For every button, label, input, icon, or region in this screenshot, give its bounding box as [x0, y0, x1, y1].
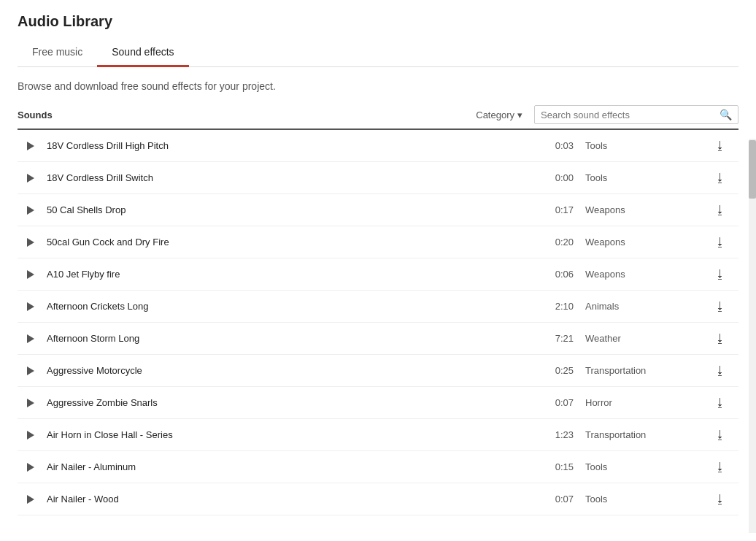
download-icon: ⭳ [714, 461, 726, 474]
sound-name: Air Horn in Close Hall - Series [44, 429, 541, 440]
play-button[interactable] [18, 495, 44, 504]
table-row: Air Nailer - Aluminum 0:15 Tools ⭳ [18, 451, 738, 483]
sound-duration: 0:17 [541, 204, 585, 215]
sound-duration: 0:20 [541, 237, 585, 248]
sound-name: A10 Jet Flyby fire [44, 269, 541, 280]
sound-category: Tools [585, 172, 702, 183]
download-button[interactable]: ⭳ [702, 332, 738, 345]
sound-duration: 0:00 [541, 172, 585, 183]
play-icon [27, 238, 34, 247]
sound-name: 18V Cordless Drill Switch [44, 172, 541, 183]
download-icon: ⭳ [714, 204, 726, 217]
table-row: Afternoon Storm Long 7:21 Weather ⭳ [18, 323, 738, 355]
sound-duration: 2:10 [541, 301, 585, 312]
header: Audio Library Free music Sound effects [0, 0, 756, 67]
download-icon: ⭳ [714, 332, 726, 345]
play-icon [27, 206, 34, 215]
sound-duration: 0:03 [541, 140, 585, 151]
sound-list: 18V Cordless Drill High Pitch 0:03 Tools… [18, 130, 738, 515]
table-row: A10 Jet Flyby fire 0:06 Weapons ⭳ [18, 258, 738, 291]
table-row: Afternoon Crickets Long 2:10 Animals ⭳ [18, 291, 738, 323]
download-button[interactable]: ⭳ [702, 172, 738, 185]
play-icon [27, 270, 34, 279]
play-button[interactable] [18, 206, 44, 215]
sound-category: Tools [585, 494, 702, 504]
category-button[interactable]: Category ▾ [471, 107, 527, 123]
play-icon [27, 495, 34, 504]
search-wrapper: 🔍 [534, 105, 738, 124]
download-icon: ⭳ [714, 172, 726, 185]
play-button[interactable] [18, 238, 44, 247]
sound-name: Aggressive Zombie Snarls [44, 397, 541, 408]
sound-name: Air Nailer - Wood [44, 494, 541, 504]
play-button[interactable] [18, 334, 44, 343]
sound-name: 50cal Gun Cock and Dry Fire [44, 237, 541, 248]
subtitle: Browse and download free sound effects f… [18, 80, 738, 92]
play-icon [27, 399, 34, 407]
download-button[interactable]: ⭳ [702, 461, 738, 474]
play-button[interactable] [18, 431, 44, 440]
sound-category: Transportation [585, 429, 702, 440]
download-button[interactable]: ⭳ [702, 139, 738, 153]
sound-duration: 0:07 [541, 397, 585, 408]
download-button[interactable]: ⭳ [702, 268, 738, 281]
download-button[interactable]: ⭳ [702, 300, 738, 313]
download-icon: ⭳ [714, 493, 726, 506]
sound-category: Animals [585, 301, 702, 312]
sound-category: Weapons [585, 269, 702, 280]
sound-name: Afternoon Crickets Long [44, 301, 541, 312]
sound-category: Tools [585, 461, 702, 472]
play-icon [27, 174, 34, 183]
play-button[interactable] [18, 142, 44, 150]
search-input[interactable] [541, 110, 720, 120]
play-button[interactable] [18, 463, 44, 472]
page-wrapper: Audio Library Free music Sound effects B… [0, 0, 756, 541]
sound-name: 18V Cordless Drill High Pitch [44, 140, 541, 151]
download-icon: ⭳ [714, 236, 726, 249]
download-icon: ⭳ [714, 139, 726, 153]
sound-name: 50 Cal Shells Drop [44, 204, 541, 215]
sound-category: Weapons [585, 204, 702, 215]
play-icon [27, 463, 34, 472]
play-button[interactable] [18, 174, 44, 183]
table-row: 18V Cordless Drill High Pitch 0:03 Tools… [18, 130, 738, 162]
play-button[interactable] [18, 367, 44, 375]
sound-category: Weapons [585, 237, 702, 248]
download-icon: ⭳ [714, 396, 726, 410]
play-button[interactable] [18, 270, 44, 279]
sound-name: Aggressive Motorcycle [44, 365, 541, 376]
toolbar-right: Category ▾ 🔍 [471, 105, 738, 124]
chevron-down-icon: ▾ [517, 110, 522, 120]
sound-category: Horror [585, 397, 702, 408]
play-icon [27, 302, 34, 311]
sound-category: Weather [585, 333, 702, 344]
tabs: Free music Sound effects [18, 39, 738, 67]
table-row: Aggressive Motorcycle 0:25 Transportatio… [18, 355, 738, 387]
tab-free-music[interactable]: Free music [18, 39, 97, 67]
sounds-label: Sounds [18, 110, 53, 120]
sound-duration: 0:07 [541, 494, 585, 504]
sound-duration: 0:25 [541, 365, 585, 376]
download-button[interactable]: ⭳ [702, 236, 738, 249]
download-button[interactable]: ⭳ [702, 364, 738, 377]
download-icon: ⭳ [714, 268, 726, 281]
app-title: Audio Library [18, 13, 738, 30]
sound-category: Tools [585, 140, 702, 151]
table-row: 50 Cal Shells Drop 0:17 Weapons ⭳ [18, 194, 738, 226]
download-button[interactable]: ⭳ [702, 396, 738, 410]
download-button[interactable]: ⭳ [702, 493, 738, 506]
category-label: Category [476, 110, 514, 120]
download-button[interactable]: ⭳ [702, 204, 738, 217]
sound-duration: 1:23 [541, 429, 585, 440]
download-icon: ⭳ [714, 429, 726, 442]
download-icon: ⭳ [714, 300, 726, 313]
play-button[interactable] [18, 399, 44, 407]
download-button[interactable]: ⭳ [702, 429, 738, 442]
download-icon: ⭳ [714, 364, 726, 377]
sound-duration: 0:06 [541, 269, 585, 280]
scrollbar-thumb[interactable] [749, 140, 756, 199]
tab-sound-effects[interactable]: Sound effects [97, 39, 188, 67]
scrollbar-track[interactable] [749, 139, 756, 533]
play-button[interactable] [18, 302, 44, 311]
play-icon [27, 334, 34, 343]
